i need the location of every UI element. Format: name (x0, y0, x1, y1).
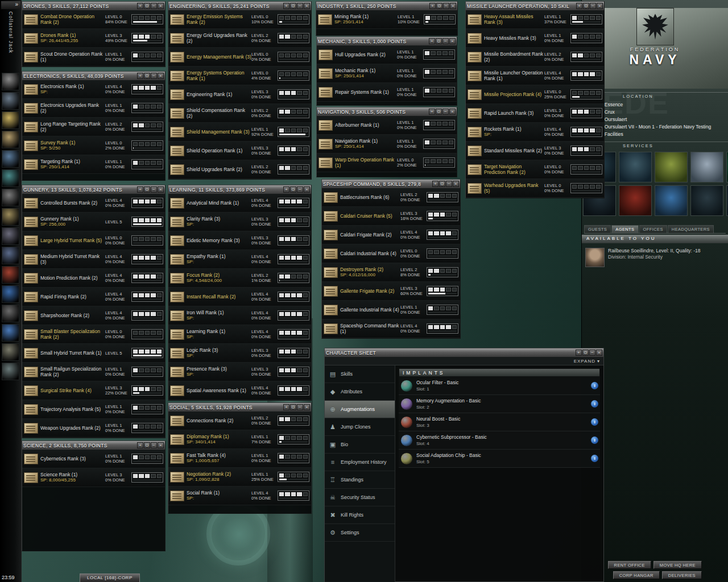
close-button[interactable]: × (453, 181, 459, 187)
panel-titlebar[interactable]: LEARNING, 11 SKILLS, 373,869 POINTS+⊙−× (168, 185, 311, 194)
panel-titlebar[interactable]: ENGINEERING, 9 SKILLS, 25,241 POINTS+⊙−× (168, 2, 311, 10)
skill-row[interactable]: Science Rank (1)SP: 8,000/45,255LEVEL 30… (22, 468, 165, 487)
skill-row[interactable]: Empathy Rank (1)SP:LEVEL 40% DONE (168, 250, 311, 269)
skill-row[interactable]: Controlled Bursts Rank (2)LEVEL 40% DONE (22, 194, 165, 213)
skill-row[interactable]: Gunnery Rank (1)SP: 256,000LEVEL 5 (22, 213, 165, 231)
skill-row[interactable]: Energy Emission Systems Rank (2)LEVEL 01… (168, 10, 311, 29)
pin-button[interactable]: ⊙ (290, 186, 296, 193)
skill-row[interactable]: Electronics Upgrades Rank (2)LEVEL 10% D… (22, 99, 165, 118)
implant-row[interactable]: Social Adaptation Chip - BasicSlot: 5i (399, 450, 600, 468)
panel-titlebar[interactable]: SOCIAL, 5 SKILLS, 51,928 POINTS+⊙−× (168, 403, 311, 411)
skill-row[interactable]: Shield Compensation Rank (2)LEVEL 20% DO… (168, 104, 311, 123)
skill-row[interactable]: Warhead Upgrades Rank (5)LEVEL 00% DONE (466, 179, 604, 198)
stack-button[interactable]: + (429, 38, 435, 44)
skill-row[interactable]: Scout Drone Operation Rank (1)LEVEL 10% … (22, 48, 165, 66)
stack-button[interactable]: + (429, 3, 436, 9)
skill-row[interactable]: Logic Rank (3)SP:LEVEL 30% DONE (168, 344, 311, 363)
skill-row[interactable]: Hull Upgrades Rank (2)LEVEL 10% DONE (317, 45, 457, 64)
skill-row[interactable]: Drones Rank (1)SP: 26,441/45,255LEVEL 34… (22, 29, 165, 48)
minimize-button[interactable]: − (151, 186, 157, 193)
station-service-icon-2[interactable] (619, 152, 652, 182)
skill-row[interactable]: Energy Systems Operation Rank (1)LEVEL 0… (168, 66, 311, 85)
minimize-button[interactable]: − (442, 109, 449, 115)
skill-row[interactable]: Analytical Mind Rank (1)LEVEL 40% DONE (168, 194, 311, 213)
location-value[interactable]: Oursulaert (605, 116, 726, 123)
repair-icon[interactable] (2, 266, 19, 284)
pin-button[interactable]: ⊙ (583, 3, 589, 9)
close-button[interactable]: × (158, 3, 164, 9)
station-service-icon-9[interactable] (690, 185, 723, 216)
close-button[interactable]: × (158, 73, 164, 79)
pin-button[interactable]: ⊙ (144, 73, 150, 79)
skill-row[interactable]: Combat Drone Operation Rank (2)LEVEL 084… (22, 10, 165, 29)
skill-row[interactable]: Shield Operation Rank (1)LEVEL 30% DONE (168, 142, 311, 160)
skill-row[interactable]: Surgical Strike Rank (4)LEVEL 322% DONE (22, 381, 165, 400)
location-value[interactable]: Oursulaert VII - Moon 1 - Federation Nav… (605, 123, 726, 138)
insurance-icon[interactable] (2, 285, 19, 303)
skill-row[interactable]: Social Rank (1)SP:LEVEL 40% DONE (168, 487, 311, 505)
skill-row[interactable]: Weapon Upgrades Rank (2)LEVEL 10% DONE (22, 419, 165, 438)
journal-icon[interactable] (2, 208, 19, 226)
panel-titlebar[interactable]: DRONES, 3 SKILLS, 27,112 POINTS+⊙−× (22, 2, 165, 10)
skill-row[interactable]: Missile Bombardment Rank (2)LEVEL 20% DO… (466, 48, 604, 66)
skill-row[interactable]: Repair Systems Rank (1)LEVEL 10% DONE (317, 83, 457, 102)
skill-row[interactable]: Caldari Cruiser Rank (5)LEVEL 316% DONE (322, 207, 460, 226)
stack-button[interactable]: + (137, 186, 143, 193)
skill-row[interactable]: Eidetic Memory Rank (3)LEVEL 30% DONE (168, 231, 311, 250)
pin-button[interactable]: ⊙ (436, 3, 442, 9)
minimize-button[interactable]: − (297, 186, 303, 193)
close-button[interactable]: × (158, 186, 164, 193)
skill-row[interactable]: Engineering Rank (1)LEVEL 30% DONE (168, 85, 311, 104)
nav-item-kill-rights[interactable]: ✖Kill Rights (325, 506, 395, 524)
nav-item-employment-history[interactable]: ≡Employment History (325, 454, 395, 471)
skill-row[interactable]: Small Blaster Specialization Rank (2)LEV… (22, 325, 165, 344)
skill-row[interactable]: Small Railgun Specialization Rank (2)LEV… (22, 363, 165, 381)
stack-button[interactable]: + (429, 109, 435, 115)
skill-row[interactable]: Missile Projection Rank (4)LEVEL 025% DO… (466, 85, 604, 104)
skill-row[interactable]: Energy Management Rank (3)LEVEL 00% DONE (168, 48, 311, 66)
pin-button[interactable]: ⊙ (144, 442, 150, 448)
settings-icon[interactable] (2, 363, 19, 380)
implant-info-icon[interactable]: i (591, 436, 598, 444)
skill-row[interactable]: Gallente Industrial Rank (4)LEVEL 10% DO… (322, 301, 460, 319)
implant-row[interactable]: Ocular Filter - BasicSlot: 1i (399, 377, 600, 395)
tab-headquarters[interactable]: HEADQUARTERS (668, 225, 714, 233)
nav-item-security-status[interactable]: ☠Security Status (325, 489, 395, 506)
pin-button[interactable]: ⊙ (436, 109, 442, 115)
implant-info-icon[interactable]: i (591, 382, 598, 389)
minimize-button[interactable]: − (151, 3, 157, 9)
close-button[interactable]: × (449, 109, 456, 115)
corp-hangar-button[interactable]: CORP HANGAR (613, 571, 660, 579)
skill-row[interactable]: Connections Rank (2)LEVEL 20% DONE (168, 411, 311, 430)
skill-row[interactable]: Mechanic Rank (1)SP: 250/1,414LEVEL 10% … (317, 64, 457, 83)
skill-row[interactable]: Presence Rank (3)SP:LEVEL 30% DONE (168, 363, 311, 381)
pin-button[interactable]: ⊙ (144, 186, 150, 193)
skill-row[interactable]: Shield Upgrades Rank (2)LEVEL 20% DONE (168, 160, 311, 179)
skill-row[interactable]: Energy Grid Upgrades Rank (2)LEVEL 20% D… (168, 29, 311, 48)
deliveries-button[interactable]: DELIVERIES (662, 571, 702, 579)
character-icon[interactable] (2, 73, 19, 90)
nav-item-bio[interactable]: ▣Bio (325, 436, 395, 454)
implant-info-icon[interactable]: i (591, 418, 598, 426)
nav-item-standings[interactable]: ♖Standings (325, 471, 395, 489)
skill-row[interactable]: Rapid Firing Rank (2)LEVEL 40% DONE (22, 288, 165, 306)
nav-item-skills[interactable]: ▤Skills (325, 365, 395, 383)
skill-row[interactable]: Survey Rank (1)SP: 5/250LEVEL 02% DONE (22, 136, 165, 155)
panel-titlebar[interactable]: MECHANIC, 3 SKILLS, 1,000 POINTS+⊙−× (317, 37, 457, 45)
minimize-button[interactable]: − (297, 3, 303, 9)
skill-row[interactable]: Navigation Rank (1)SP: 250/1,414LEVEL 10… (317, 135, 457, 153)
stack-button[interactable]: + (137, 3, 143, 9)
skill-row[interactable]: Iron Will Rank (1)SP:LEVEL 40% DONE (168, 306, 311, 325)
implant-row[interactable]: Cybernetic Subprocessor - BasicSlot: 4i (399, 431, 600, 450)
location-value[interactable]: Crux (605, 109, 726, 116)
stack-button[interactable]: + (283, 404, 289, 410)
minimize-button[interactable]: − (590, 3, 596, 9)
items-icon[interactable] (2, 131, 19, 148)
close-button[interactable]: × (304, 404, 310, 410)
skill-row[interactable]: Spaceship Command Rank (1)LEVEL 40% DONE (322, 319, 460, 338)
stack-button[interactable]: + (137, 442, 143, 448)
close-button[interactable]: × (450, 3, 456, 9)
minimize-button[interactable]: − (589, 350, 595, 356)
minimize-button[interactable]: − (297, 404, 303, 410)
nav-item-augmentations[interactable]: ⊕Augmentations (325, 401, 395, 418)
